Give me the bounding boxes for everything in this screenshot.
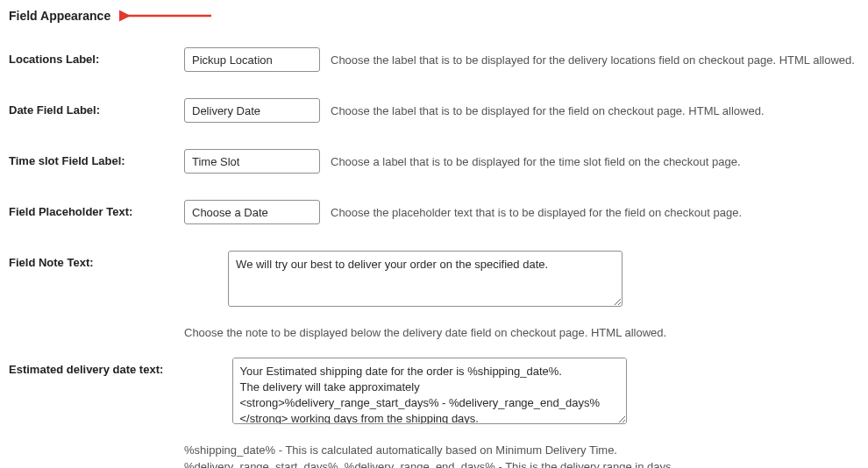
placeholder-label: Field Placeholder Text: — [9, 200, 184, 218]
field-note-label: Field Note Text: — [9, 251, 184, 269]
time-slot-label-desc: Choose a label that is to be displayed f… — [331, 155, 741, 168]
callout-arrow-icon — [119, 9, 216, 23]
date-field-label-input[interactable] — [184, 98, 320, 123]
estimated-desc: %shipping_date% - This is calculated aut… — [184, 442, 674, 469]
estimated-input[interactable] — [232, 358, 627, 424]
locations-label: Locations Label: — [9, 47, 184, 66]
row-field-note: Field Note Text: Choose the note to be d… — [9, 251, 859, 342]
row-date-field-label: Date Field Label: Choose the label that … — [9, 98, 859, 123]
field-note-desc: Choose the note to be displayed below th… — [184, 324, 666, 342]
date-field-label-desc: Choose the label that is to be displayed… — [331, 104, 765, 117]
row-locations-label: Locations Label: Choose the label that i… — [9, 47, 859, 72]
estimated-label: Estimated delivery date text: — [9, 358, 184, 376]
form-table: Locations Label: Choose the label that i… — [9, 47, 859, 468]
row-placeholder: Field Placeholder Text: Choose the place… — [9, 200, 859, 224]
row-estimated-delivery: Estimated delivery date text: %shipping_… — [9, 358, 859, 469]
date-field-label: Date Field Label: — [9, 98, 184, 117]
section-header: Field Appearance — [9, 9, 859, 23]
placeholder-input[interactable] — [184, 200, 320, 224]
placeholder-desc: Choose the placeholder text that is to b… — [331, 206, 742, 219]
field-note-input[interactable] — [228, 251, 623, 307]
row-time-slot-label: Time slot Field Label: Choose a label th… — [9, 149, 859, 174]
time-slot-label-input[interactable] — [184, 149, 320, 174]
locations-label-desc: Choose the label that is to be displayed… — [331, 53, 855, 67]
locations-label-input[interactable] — [184, 47, 320, 72]
section-title: Field Appearance — [9, 9, 110, 23]
time-slot-label: Time slot Field Label: — [9, 149, 184, 167]
